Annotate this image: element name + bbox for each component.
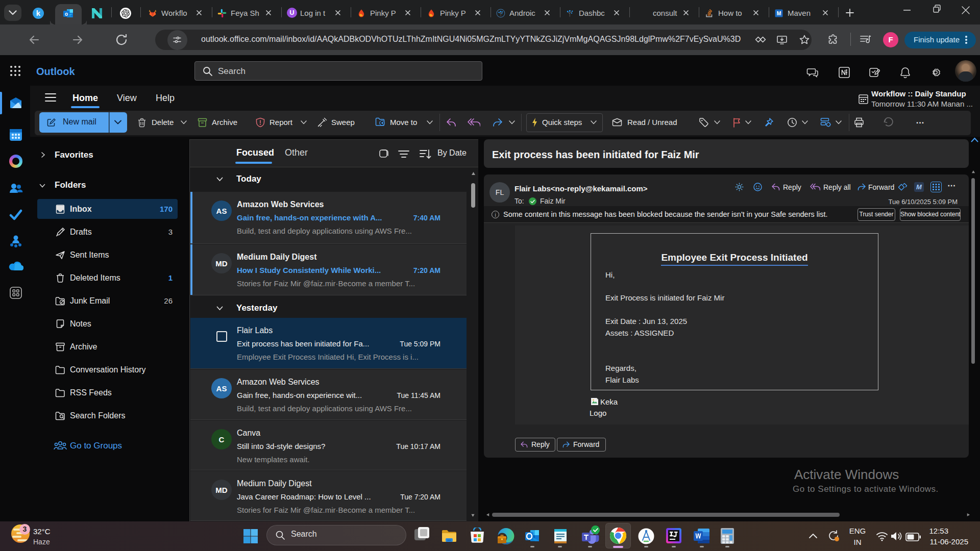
- svg-text:o: o: [65, 11, 68, 17]
- svg-text:M: M: [777, 10, 781, 16]
